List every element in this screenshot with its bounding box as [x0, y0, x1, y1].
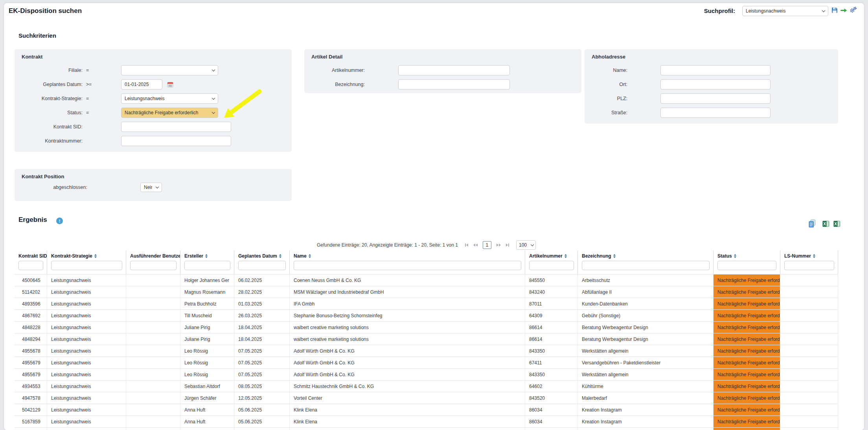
page-size-select[interactable]: 100	[516, 240, 536, 250]
column-filter-ersteller[interactable]	[184, 261, 230, 270]
column-header-kontrakt_strategie[interactable]: Kontrakt-Strategie	[47, 251, 126, 274]
sort-icon[interactable]	[613, 254, 616, 258]
table-row[interactable]: 5114202LeistungsnachweisMagnus Rosemann2…	[15, 286, 838, 298]
table-row[interactable]: 4955679LeistungsnachweisLeo Rössig07.05.…	[15, 357, 838, 368]
cell-artikelnummer: 843520	[525, 392, 578, 404]
kontraktnummer-input[interactable]	[121, 136, 231, 146]
column-filter-artikelnummer[interactable]	[529, 261, 574, 270]
column-filter-name[interactable]	[294, 261, 521, 270]
kontrakt-strategie-select[interactable]: Leistungsnachweis	[121, 93, 218, 104]
table-row[interactable]	[15, 427, 838, 430]
abhol-plz-input[interactable]	[660, 93, 771, 104]
cell-name: Adolf Würth GmbH & Co. KG	[290, 369, 525, 380]
cell-status: Nachträgliche Freigabe erforderlich	[714, 274, 780, 286]
column-header-ausfuehrender_benutzer[interactable]: Ausführender Benutzer	[126, 251, 180, 274]
geplantes-datum-input[interactable]	[121, 79, 162, 90]
sort-icon[interactable]	[734, 254, 736, 258]
column-header-status[interactable]: Status	[714, 251, 780, 274]
cell-ls_nummer	[780, 274, 838, 286]
table-row[interactable]: 4947578LeistungsnachweisJürgen Schäfer12…	[15, 392, 838, 404]
sort-icon[interactable]	[565, 254, 567, 258]
sort-icon[interactable]	[813, 254, 815, 258]
abhol-strasse-input[interactable]	[660, 108, 771, 118]
geplantes-datum-label: Geplantes Datum:	[22, 82, 83, 87]
export-excel-all-icon[interactable]: X	[833, 221, 840, 229]
first-page-button[interactable]	[465, 243, 468, 247]
table-row[interactable]: 4848294LeistungsnachweisJuliane Pirig18.…	[15, 333, 838, 345]
kontrakt-sid-input[interactable]	[121, 122, 231, 132]
current-page-indicator[interactable]: 1	[483, 241, 491, 249]
column-header-name[interactable]: Name	[290, 251, 525, 274]
cell-artikelnummer: 843350	[525, 345, 578, 357]
cell-kontrakt_sid: 4955679	[15, 357, 47, 368]
kontrakt-strategie-label: Kontrakt-Strategie:	[22, 96, 83, 101]
suchprofil-select[interactable]: Leistungsnachweis	[742, 6, 828, 16]
sort-icon[interactable]	[279, 254, 281, 258]
save-profile-icon[interactable]	[831, 7, 838, 15]
table-row[interactable]: 5042129LeistungsnachweisAnna Huft05.06.2…	[15, 404, 838, 415]
sort-icon[interactable]	[205, 254, 208, 258]
prev-page-button[interactable]	[473, 243, 478, 247]
cell-artikelnummer: 86614	[525, 333, 578, 345]
cell-kontrakt_sid: 5042129	[15, 404, 47, 415]
column-header-ersteller[interactable]: Ersteller	[180, 251, 234, 274]
cell-kontrakt_sid: 4934553	[15, 381, 47, 392]
table-row[interactable]: 4955679LeistungsnachweisLeo Rössig07.05.…	[15, 368, 838, 380]
bezeichnung-input[interactable]	[398, 79, 510, 90]
artikelnummer-input[interactable]	[398, 65, 510, 75]
status-select[interactable]: Nachträgliche Freigabe erforderlich	[121, 108, 218, 118]
column-filter-bezeichnung[interactable]	[582, 261, 710, 270]
cell-bezeichnung: Arbeitsschutz	[578, 274, 714, 286]
cell-geplantes_datum: 07.05.2025	[234, 369, 290, 380]
kontrakt-panel-title: Kontrakt	[22, 54, 42, 60]
column-filter-kontrakt_sid[interactable]	[18, 261, 43, 270]
column-filter-ausfuehrender_benutzer[interactable]	[130, 261, 177, 270]
column-header-ls_nummer[interactable]: LS-Nummer	[780, 251, 838, 274]
apply-profile-arrow-icon[interactable]	[840, 7, 848, 15]
cell-ausfuehrender_benutzer	[126, 392, 180, 404]
last-page-button[interactable]	[506, 243, 509, 247]
column-header-kontrakt_sid[interactable]: Kontrakt SID	[15, 251, 47, 274]
cell-kontrakt_strategie: Leistungsnachweis	[47, 392, 126, 404]
column-header-geplantes_datum[interactable]: Geplantes Datum	[234, 251, 290, 274]
cell-kontrakt_sid: 4955679	[15, 369, 47, 380]
cell-kontrakt_sid: 5167859	[15, 416, 47, 427]
column-filter-status[interactable]	[717, 261, 776, 270]
column-header-artikelnummer[interactable]: Artikelnummer	[525, 251, 578, 274]
cell-artikelnummer: 87011	[525, 298, 578, 309]
profile-settings-gear-icon[interactable]	[850, 7, 857, 15]
cell-ls_nummer	[780, 345, 838, 357]
abhol-name-input[interactable]	[660, 65, 771, 75]
table-row[interactable]: 4934553LeistungsnachweisSebastian Altdor…	[15, 380, 838, 392]
calendar-icon[interactable]	[167, 82, 173, 88]
table-row[interactable]: 4955678LeistungsnachweisLeo Rössig07.05.…	[15, 345, 838, 357]
abgeschlossen-select[interactable]: Nein	[140, 183, 162, 192]
export-excel-icon[interactable]: X	[822, 221, 829, 229]
cell-artikelnummer: 64309	[525, 310, 578, 321]
copy-results-icon[interactable]	[809, 220, 816, 229]
table-row[interactable]: 4848228LeistungsnachweisJuliane Pirig18.…	[15, 321, 838, 333]
table-row[interactable]: 4893596LeistungsnachweisPetra Buchholz01…	[15, 298, 838, 309]
cell-status: Nachträgliche Freigabe erforderlich	[714, 322, 780, 333]
abgeschlossen-label: abgeschlossen:	[22, 185, 87, 190]
info-icon[interactable]: !	[56, 218, 63, 226]
table-row[interactable]: 4867692LeistungsnachweisTill Muscheid26.…	[15, 309, 838, 321]
table-row[interactable]: 5167859LeistungsnachweisAnna Huft05.06.2…	[15, 415, 838, 427]
column-label: Name	[294, 253, 307, 259]
sort-icon[interactable]	[94, 254, 97, 258]
cell-ersteller: Leo Rössig	[180, 369, 234, 380]
cell-geplantes_datum: 18.04.2025	[234, 322, 290, 333]
cell-name: MSM Wälzlager und Industriebedraf GmbH	[290, 286, 525, 298]
abhol-ort-input[interactable]	[660, 79, 771, 90]
column-header-bezeichnung[interactable]: Bezeichnung	[578, 251, 714, 274]
artikel-detail-panel-title: Artikel Detail	[311, 54, 342, 60]
next-page-button[interactable]	[497, 243, 501, 247]
sort-icon[interactable]	[309, 254, 311, 258]
table-row[interactable]: 4500645LeistungsnachweisHolger Johannes …	[15, 274, 838, 286]
cell-geplantes_datum: 01.03.2025	[234, 298, 290, 309]
filiale-select[interactable]	[121, 65, 218, 75]
column-filter-ls_nummer[interactable]	[784, 261, 834, 270]
column-filter-kontrakt_strategie[interactable]	[51, 261, 122, 270]
column-filter-geplantes_datum[interactable]	[238, 261, 286, 270]
cell-bezeichnung: Kreation Instagram	[578, 416, 714, 427]
